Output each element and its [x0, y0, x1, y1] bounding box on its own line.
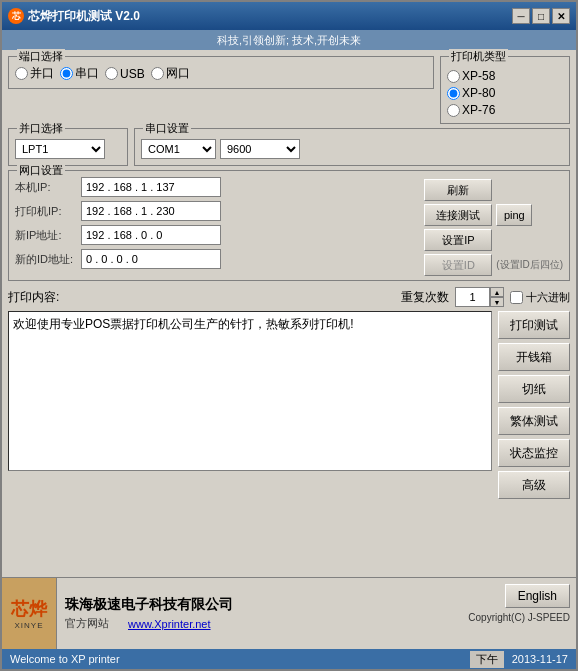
xp80-radio[interactable] [447, 87, 460, 100]
window-controls: ─ □ ✕ [512, 8, 570, 24]
new-id-input[interactable] [86, 253, 216, 265]
company-info: 珠海极速电子科技有限公司 官方网站 www.Xprinter.net [57, 578, 468, 649]
printer-ip-input-box [81, 201, 221, 221]
refresh-button[interactable]: 刷新 [424, 179, 492, 201]
usb-label: USB [120, 67, 145, 81]
copyright-text: Copyright(C) J-SPEED [468, 612, 570, 623]
website-label: 官方网站 [65, 616, 109, 631]
window-title: 芯烨打印机测试 V2.0 [28, 8, 140, 25]
printer-ip-row: 打印机IP: [15, 201, 418, 221]
set-id-button[interactable]: 设置ID [424, 254, 492, 276]
app-icon: 芯 [8, 8, 24, 24]
time-section: 下午 2013-11-17 [470, 651, 568, 668]
new-id-input-box [81, 249, 221, 269]
connect-ping-row: 连接测试 ping [424, 204, 563, 226]
bottom-strip: Welcome to XP printer 下午 2013-11-17 [2, 649, 576, 669]
status-monitor-button[interactable]: 状态监控 [498, 439, 570, 467]
printer-ip-input[interactable] [86, 205, 216, 217]
ampm-indicator: 下午 [470, 651, 504, 668]
serial-controls: COM1 COM2 COM3 COM4 9600 19200 38400 115… [141, 137, 563, 159]
new-ip-input-box [81, 225, 221, 245]
network-label: 网口 [166, 65, 190, 82]
connect-button[interactable]: 连接测试 [424, 204, 492, 226]
ping-button[interactable]: ping [496, 204, 532, 226]
welcome-text: Welcome to XP printer [10, 653, 120, 665]
close-button[interactable]: ✕ [552, 8, 570, 24]
repeat-label: 重复次数 [401, 289, 449, 306]
advanced-button[interactable]: 高级 [498, 471, 570, 499]
settings-row: 并口选择 LPT1 LPT2 串口设置 COM1 COM2 COM3 COM4 [8, 128, 570, 166]
print-content-row: 打印内容: 重复次数 ▲ ▼ 十六进制 [8, 287, 570, 307]
english-button[interactable]: English [505, 584, 570, 608]
status-bar: 芯烨 XINYE 珠海极速电子科技有限公司 官方网站 www.Xprinter.… [2, 577, 576, 649]
new-ip-label: 新IP地址: [15, 228, 75, 243]
print-text-container [8, 311, 492, 571]
printer-ip-label: 打印机IP: [15, 204, 75, 219]
new-id-row: 新的ID地址: [15, 249, 418, 269]
maximize-button[interactable]: □ [532, 8, 550, 24]
print-textarea[interactable] [8, 311, 492, 471]
right-button-group: 打印测试 开钱箱 切纸 繁体测试 状态监控 高级 [498, 311, 570, 571]
set-ip-button[interactable]: 设置IP [424, 229, 492, 251]
print-options: 重复次数 ▲ ▼ 十六进制 [401, 287, 570, 307]
xp80-label: XP-80 [462, 86, 495, 100]
serial-port-group: 串口设置 COM1 COM2 COM3 COM4 9600 19200 3840… [134, 128, 570, 166]
xp58-label: XP-58 [462, 69, 495, 83]
usb-port-option[interactable]: USB [105, 67, 145, 81]
print-content-label: 打印内容: [8, 289, 59, 306]
xp80-option[interactable]: XP-80 [447, 86, 563, 100]
network-fields: 本机IP: 打印机IP: 新IP地址: [15, 177, 418, 276]
port-selection-label: 端口选择 [17, 49, 65, 64]
parallel-select[interactable]: LPT1 LPT2 [15, 139, 105, 159]
set-id-hint: (设置ID后四位) [496, 258, 563, 272]
network-content: 本机IP: 打印机IP: 新IP地址: [15, 177, 563, 276]
date-text: 2013-11-17 [512, 653, 568, 665]
xp58-option[interactable]: XP-58 [447, 69, 563, 83]
company-website-link[interactable]: www.Xprinter.net [128, 618, 211, 630]
hex-checkbox-label[interactable]: 十六进制 [510, 290, 570, 305]
open-box-button[interactable]: 开钱箱 [498, 343, 570, 371]
spinner-down[interactable]: ▼ [490, 297, 504, 307]
com-select[interactable]: COM1 COM2 COM3 COM4 [141, 139, 216, 159]
serial-port-option[interactable]: 串口 [60, 65, 99, 82]
network-radio[interactable] [151, 67, 164, 80]
complex-test-button[interactable]: 繁体测试 [498, 407, 570, 435]
local-ip-input-box [81, 177, 221, 197]
parallel-radio[interactable] [15, 67, 28, 80]
parallel-port-group: 并口选择 LPT1 LPT2 [8, 128, 128, 166]
printer-type-options: XP-58 XP-80 XP-76 [447, 65, 563, 117]
spinner-buttons: ▲ ▼ [490, 287, 504, 307]
parallel-port-option[interactable]: 并口 [15, 65, 54, 82]
new-ip-input[interactable] [86, 229, 216, 241]
main-content: 端口选择 并口 串口 USB [2, 50, 576, 577]
print-test-button[interactable]: 打印测试 [498, 311, 570, 339]
local-ip-input[interactable] [86, 181, 216, 193]
subtitle-bar: 科技,引领创新; 技术,开创未来 [2, 30, 576, 50]
top-section: 端口选择 并口 串口 USB [8, 56, 570, 124]
repeat-input[interactable] [455, 287, 490, 307]
network-group-label: 网口设置 [17, 163, 65, 178]
local-ip-row: 本机IP: [15, 177, 418, 197]
port-selection-group: 端口选择 并口 串口 USB [8, 56, 434, 89]
parallel-label: 并口 [30, 65, 54, 82]
logo-main-text: 芯烨 [11, 597, 47, 621]
spinner-up[interactable]: ▲ [490, 287, 504, 297]
baud-select[interactable]: 9600 19200 38400 115200 [220, 139, 300, 159]
minimize-button[interactable]: ─ [512, 8, 530, 24]
network-buttons: 刷新 连接测试 ping 设置IP 设置ID (设置ID后四位) [424, 177, 563, 276]
xp76-label: XP-76 [462, 103, 495, 117]
xp76-option[interactable]: XP-76 [447, 103, 563, 117]
xp58-radio[interactable] [447, 70, 460, 83]
printer-type-label: 打印机类型 [449, 49, 508, 64]
subtitle-text: 科技,引领创新; 技术,开创未来 [217, 33, 361, 48]
serial-label: 串口 [75, 65, 99, 82]
usb-radio[interactable] [105, 67, 118, 80]
cut-paper-button[interactable]: 切纸 [498, 375, 570, 403]
english-btn-area: English Copyright(C) J-SPEED [468, 578, 576, 649]
serial-radio[interactable] [60, 67, 73, 80]
main-window: 芯 芯烨打印机测试 V2.0 ─ □ ✕ 科技,引领创新; 技术,开创未来 端口… [0, 0, 578, 671]
hex-checkbox[interactable] [510, 291, 523, 304]
repeat-spinner: ▲ ▼ [455, 287, 504, 307]
xp76-radio[interactable] [447, 104, 460, 117]
network-port-option[interactable]: 网口 [151, 65, 190, 82]
